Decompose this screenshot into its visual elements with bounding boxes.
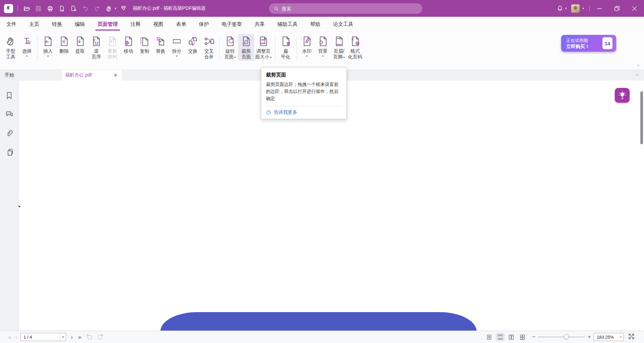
ribbon-tool-swap[interactable]: 交换: [185, 34, 201, 55]
hand-icon: [5, 36, 16, 47]
customize-toolbar-button[interactable]: [119, 4, 128, 13]
ribbon-tool-split[interactable]: 拆分▾: [169, 34, 185, 59]
print-button[interactable]: [46, 4, 54, 13]
ribbon-tool-copy[interactable]: 复制: [137, 34, 153, 55]
ribbon-tools: 手型 工具选择▾插入▾删除提取逆 页序重新 排列移动复制替换拆分▾交换交叉 合并…: [0, 32, 644, 61]
ribbon-tool-replace[interactable]: 替换: [153, 34, 169, 55]
minimize-button[interactable]: [595, 4, 604, 13]
tab-list-button[interactable]: [635, 73, 640, 78]
ribbon-tool-label: 提取: [75, 48, 85, 54]
tab-document-active[interactable]: 福昕办公.pdf ✕: [62, 70, 122, 81]
trial-purchase-banner[interactable]: 正在试用期 立即购买！ 14: [561, 35, 616, 52]
menu-tab-convert[interactable]: 转换: [46, 17, 68, 32]
hand-tool-quick-button[interactable]: [104, 4, 113, 13]
insert-page-button[interactable]: [69, 4, 78, 13]
undo-icon: [82, 5, 89, 12]
hand-pointer-icon: [105, 5, 112, 12]
crossmerge-icon: [203, 36, 215, 47]
ribbon-tool-label: 交叉 合并: [204, 48, 214, 60]
zoom-level-combobox[interactable]: 183.25% ▾: [594, 333, 624, 341]
dropdown-caret[interactable]: ▾: [565, 7, 567, 10]
dropdown-caret[interactable]: ▾: [620, 335, 622, 339]
notifications-button[interactable]: [556, 4, 565, 13]
menu-tab-help[interactable]: 帮助: [304, 17, 327, 32]
comments-icon: [5, 110, 13, 118]
fullscreen-icon: [628, 333, 635, 340]
open-file-button[interactable]: [22, 4, 31, 13]
ribbon-tool-select[interactable]: 选择▾: [19, 34, 35, 59]
ribbon-tool-label: 拆分: [172, 48, 181, 54]
search-box[interactable]: [269, 3, 422, 14]
menu-tab-protect[interactable]: 保护: [193, 17, 215, 32]
menu-tab-form[interactable]: 表单: [170, 17, 193, 32]
tell-me-more-label: 告诉我更多: [274, 109, 297, 115]
fullscreen-button[interactable]: [628, 333, 636, 341]
ribbon-tool-reverse[interactable]: 逆 页序: [88, 34, 104, 61]
search-input[interactable]: [269, 3, 422, 14]
facing-continuous-view-button[interactable]: [518, 333, 527, 341]
menu-tab-view[interactable]: 视图: [147, 17, 170, 32]
menu-tab-edit[interactable]: 编辑: [68, 17, 91, 32]
comments-panel-button[interactable]: [5, 109, 14, 119]
last-page-button[interactable]: »: [78, 334, 81, 340]
next-page-button[interactable]: ›: [71, 334, 73, 340]
ribbon-tool-crop[interactable]: 裁剪 页面: [238, 34, 254, 61]
ribbon-tool-rotate[interactable]: 旋转 页面▾: [222, 34, 238, 61]
zoom-in-button[interactable]: +: [588, 334, 591, 340]
ribbon-tool-move[interactable]: 移动: [120, 34, 137, 55]
vertical-scrollbar-thumb[interactable]: [640, 91, 643, 144]
menu-tab-home[interactable]: 主页: [23, 17, 46, 32]
app-logo-icon[interactable]: [4, 4, 13, 13]
menu-tab-file[interactable]: 文件: [0, 17, 23, 32]
ribbon-tool-headerfooter[interactable]: 页眉/ 页脚▾: [331, 34, 347, 61]
ribbon-tool-label: 格式 化页码: [348, 48, 362, 60]
assistant-tips-button[interactable]: [615, 88, 630, 103]
sidebar-expand-handle[interactable]: ▶: [19, 204, 20, 208]
ribbon-tool-crossmerge[interactable]: 交叉 合并: [201, 34, 217, 61]
attachments-panel-button[interactable]: [5, 128, 14, 138]
menu-tab-paper-tools[interactable]: 论文工具: [327, 17, 360, 32]
crop-icon: [240, 36, 252, 47]
ribbon-tool-extract[interactable]: 提取: [72, 34, 88, 55]
ribbon-tool-hand[interactable]: 手型 工具: [3, 34, 19, 61]
extract-pages-button[interactable]: [57, 4, 66, 13]
ribbon-tool-delete[interactable]: 删除: [56, 34, 72, 55]
bookmarks-panel-button[interactable]: [5, 91, 14, 100]
zoom-slider-thumb[interactable]: [564, 334, 569, 339]
ribbon-tool-pagenumber[interactable]: 格式 化页码: [347, 34, 363, 61]
tab-close-icon[interactable]: ✕: [113, 73, 117, 78]
dropdown-caret[interactable]: ▾: [115, 7, 116, 10]
continuous-view-button[interactable]: [496, 333, 504, 341]
menu-tab-share[interactable]: 共享: [248, 17, 271, 32]
collapse-ribbon-button[interactable]: [636, 63, 641, 68]
close-button[interactable]: [630, 4, 639, 13]
bell-icon: [556, 5, 564, 12]
menu-tab-comment[interactable]: 注释: [124, 17, 147, 32]
restore-button[interactable]: [612, 4, 621, 13]
user-avatar[interactable]: [571, 4, 580, 13]
dropdown-caret: ▾: [306, 55, 308, 58]
menu-tab-accessibility[interactable]: 辅助工具: [271, 17, 304, 32]
ribbon-tool-background[interactable]: 背景▾: [315, 34, 331, 59]
single-page-view-button[interactable]: [485, 333, 493, 341]
ribbon-tool-flatten[interactable]: 扁 平化: [278, 34, 294, 61]
zoom-out-button[interactable]: −: [532, 334, 535, 340]
chevron-down-icon: [635, 73, 640, 78]
pages-panel-button[interactable]: [5, 147, 14, 156]
ribbon-tool-resize[interactable]: 调整页 面大小▾: [254, 34, 273, 61]
ribbon-tool-label: 水印: [302, 48, 312, 54]
menu-tab-esign[interactable]: 电子签章: [215, 17, 248, 32]
ribbon-tool-insert[interactable]: 插入▾: [40, 34, 56, 59]
tell-me-more-link[interactable]: 告诉我更多: [266, 109, 342, 115]
page-number-combobox[interactable]: 1 / 4 ▾: [20, 333, 66, 341]
menu-tab-page-management[interactable]: 页面管理: [91, 17, 124, 32]
bookmark-icon: [5, 91, 13, 100]
ribbon-tool-watermark[interactable]: 水印▾: [299, 34, 315, 59]
tab-start[interactable]: 开始: [0, 70, 62, 81]
chevron-flag-icon: [120, 5, 127, 12]
dropdown-caret[interactable]: ▾: [582, 7, 584, 10]
facing-view-button[interactable]: [507, 333, 516, 341]
restore-icon: [613, 5, 621, 12]
dropdown-caret[interactable]: ▾: [60, 333, 64, 341]
zoom-slider[interactable]: [538, 334, 585, 340]
